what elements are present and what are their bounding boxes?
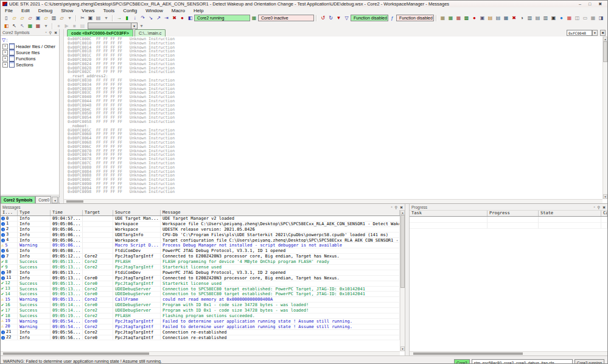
disassembly-listing[interactable]: 0x00FC000C FF FF FF FF Unknown Instructi… bbox=[64, 37, 603, 199]
messages-horizontal-scrollbar[interactable] bbox=[1, 351, 400, 355]
message-row[interactable]: i3Info09:05:06...UDETargInfoCPU-Db 'C:\P… bbox=[1, 233, 400, 238]
message-row[interactable]: i10Info09:05:13...FtdiComDevPowerPC JTAG… bbox=[1, 270, 400, 276]
restore-panel-icon[interactable]: ▫ bbox=[593, 205, 595, 209]
menu-edit[interactable]: Edit bbox=[17, 8, 34, 13]
close-button[interactable]: ✖ bbox=[598, 2, 602, 7]
run-icon[interactable]: ▮ bbox=[123, 15, 131, 22]
maximize-button[interactable]: □ bbox=[589, 2, 591, 7]
menu-tools[interactable]: Tools bbox=[99, 8, 119, 13]
script-console-icon[interactable]: ▤ bbox=[486, 15, 494, 22]
open-file-icon[interactable]: ▱ bbox=[10, 15, 18, 22]
function-trigger-icon[interactable]: ƒ bbox=[388, 15, 396, 22]
macro-stop-icon[interactable]: ■ bbox=[71, 23, 79, 30]
toggle-debug-icon[interactable]: ◧ bbox=[186, 15, 194, 22]
close-view-icon[interactable]: ✖ bbox=[600, 30, 606, 36]
function-status-box-2[interactable]: Function disabled bbox=[396, 15, 434, 21]
message-row[interactable]: i6Info09:05:08...FtdiComDevPowerPC JTAG … bbox=[1, 248, 400, 254]
code-tab[interactable]: code <0xFC0000-0xFC03FF> bbox=[67, 29, 133, 37]
pin-panel-icon[interactable]: ⚲ bbox=[598, 205, 600, 209]
paste-icon[interactable]: ▤ bbox=[94, 15, 102, 22]
column-header[interactable]: Time bbox=[51, 210, 83, 215]
minimize-button[interactable]: – bbox=[579, 2, 581, 7]
window-grid-icon[interactable]: ▦ bbox=[589, 15, 597, 22]
goto-icon[interactable]: → bbox=[115, 15, 123, 22]
core2-status-box[interactable]: Core2 running bbox=[194, 15, 250, 21]
scrollbar-thumb[interactable] bbox=[66, 200, 83, 203]
print-icon[interactable]: ▥ bbox=[50, 15, 58, 22]
expand-icon[interactable]: + bbox=[2, 50, 8, 55]
target-manager-icon[interactable]: ▦ bbox=[26, 23, 34, 30]
menu-macro[interactable]: Macro bbox=[167, 8, 189, 13]
scroll-up-icon[interactable]: ▴ bbox=[400, 210, 405, 215]
workspace-manager-icon[interactable]: ◧ bbox=[2, 23, 10, 30]
message-row[interactable]: i22Info09:05:56...Core0PpcJtagTargIntfCo… bbox=[1, 335, 400, 341]
reset-icon[interactable]: ↺ bbox=[319, 15, 327, 22]
function-status-box-1[interactable]: Function disabled bbox=[351, 15, 388, 21]
message-row[interactable]: ✔12Success09:05:13...Core0PpcJtagTargInt… bbox=[1, 281, 400, 287]
message-row[interactable]: ⚠20Warning09:05:54...Core2PpcJtagTargInt… bbox=[1, 324, 400, 330]
macro-record-icon[interactable]: ● bbox=[55, 23, 63, 30]
address-input[interactable]: 0xFC0048 bbox=[567, 30, 592, 36]
toolbar-overflow-icon[interactable]: ▾ bbox=[66, 15, 74, 22]
toolbar-overflow-icon[interactable]: ▾ bbox=[102, 15, 110, 22]
save-icon[interactable]: ▣ bbox=[34, 15, 42, 22]
tree-item-sections[interactable]: +Sections bbox=[1, 61, 59, 68]
expand-icon[interactable]: + bbox=[2, 44, 8, 49]
symbols-window-icon[interactable]: ▦ bbox=[447, 15, 455, 22]
symbols-tab-core0-s[interactable]: Core0 S bbox=[35, 196, 51, 203]
message-row[interactable]: ✔17Success09:05:14...Core2UDEDebugServer… bbox=[1, 308, 400, 313]
scroll-up-icon[interactable]: ▴ bbox=[603, 37, 607, 41]
close-panel-icon[interactable]: ✖ bbox=[603, 205, 606, 209]
window-single-icon[interactable]: ▭ bbox=[581, 15, 589, 22]
save-workspace-icon[interactable]: ▱ bbox=[26, 15, 34, 22]
schedule-window-icon[interactable]: ▦ bbox=[455, 15, 463, 22]
variables-window-icon[interactable]: ▤ bbox=[534, 15, 542, 22]
scroll-down-icon[interactable]: ▾ bbox=[603, 194, 607, 199]
chart-window-icon[interactable]: ▦ bbox=[565, 15, 573, 22]
terminal-window-icon[interactable]: ▣ bbox=[550, 15, 557, 22]
restore-panel-icon[interactable]: ▫ bbox=[391, 205, 392, 209]
open-workspace-icon[interactable]: ▱ bbox=[18, 15, 26, 22]
message-row[interactable]: ✔9Success09:05:13...Core2PpcJtagTargIntf… bbox=[1, 265, 400, 270]
restore-panel-icon[interactable]: ▫ bbox=[45, 30, 46, 34]
multicore-icon[interactable]: ▦ bbox=[250, 15, 258, 22]
message-row[interactable]: ⚠5Warning09:05:06...Macro Script D...Pro… bbox=[1, 243, 400, 248]
callstack-window-icon[interactable]: ▥ bbox=[542, 15, 550, 22]
column-header[interactable]: I... bbox=[1, 210, 18, 215]
bottom-panels-splitter[interactable] bbox=[405, 203, 410, 355]
toolbar-overflow-icon[interactable]: ▾ bbox=[138, 23, 145, 30]
watch-window-icon[interactable]: ▦ bbox=[439, 15, 447, 22]
toolbar-overflow-icon[interactable]: ▾ bbox=[42, 23, 50, 30]
symbol-search-combo[interactable] bbox=[88, 23, 131, 29]
detach-target-icon[interactable]: ▽ bbox=[343, 15, 351, 22]
stop-icon[interactable]: ✖ bbox=[170, 15, 178, 22]
menu-window[interactable]: Window bbox=[141, 8, 167, 13]
messages-vertical-scrollbar[interactable]: ▴ ▾ bbox=[400, 210, 405, 351]
column-header[interactable]: Can bbox=[601, 211, 607, 216]
message-row[interactable]: i21Info09:05:56...Core2PpcJtagTargIntfCo… bbox=[1, 330, 400, 335]
step-into-icon[interactable]: ↘ bbox=[147, 15, 155, 22]
run-to-cursor-icon[interactable]: ⇥ bbox=[162, 15, 170, 22]
window-split-icon[interactable]: ◫ bbox=[573, 15, 581, 22]
column-header[interactable]: Source bbox=[113, 210, 161, 215]
message-row[interactable]: i2Info09:05:06...WorkspaceUDESTK release… bbox=[1, 227, 400, 233]
perspective-icon[interactable]: ◨ bbox=[597, 15, 605, 22]
message-window-icon[interactable]: ▤ bbox=[494, 15, 502, 22]
pin-panel-icon[interactable]: ⚲ bbox=[395, 205, 397, 209]
record-icon[interactable]: ● bbox=[470, 15, 478, 22]
export-icon[interactable]: ▱ bbox=[58, 15, 66, 22]
code-horizontal-scrollbar[interactable] bbox=[64, 199, 603, 203]
combo-dropdown-icon[interactable]: ▾ bbox=[131, 23, 138, 29]
tab-scroll-left-icon[interactable]: ◂ bbox=[52, 197, 58, 203]
macro-play-icon[interactable]: ▶ bbox=[63, 23, 71, 30]
progress-horizontal-scrollbar[interactable] bbox=[410, 351, 607, 355]
stopwatch-icon[interactable]: ◑ bbox=[518, 15, 526, 22]
scroll-down-icon[interactable]: ▾ bbox=[400, 346, 405, 351]
tree-item-header-files-other[interactable]: +Header files / Other bbox=[1, 43, 59, 49]
vertical-splitter[interactable] bbox=[60, 29, 64, 203]
address-dropdown-icon[interactable]: ▾ bbox=[592, 30, 598, 36]
select-icon[interactable]: ↖ bbox=[10, 23, 18, 30]
clear-icon[interactable]: ✖ bbox=[510, 15, 518, 22]
select-add-icon[interactable]: ↖ bbox=[18, 23, 26, 30]
io-window-icon[interactable]: ▣ bbox=[478, 15, 486, 22]
